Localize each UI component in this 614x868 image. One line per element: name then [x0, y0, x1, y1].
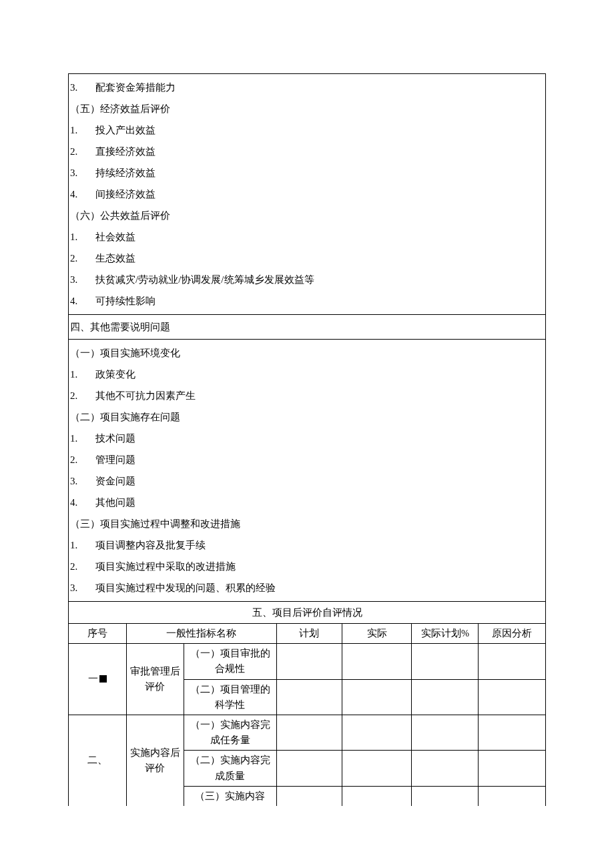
- list-item: 1. 政策变化: [70, 364, 544, 385]
- item-number: 2.: [70, 558, 95, 574]
- cell-pct: [412, 644, 479, 679]
- item-text: 技术问题: [95, 430, 544, 446]
- cell-pct: [412, 679, 479, 715]
- subsection-heading-4-1: （一）项目实施环境变化: [70, 342, 544, 364]
- item-number: 4.: [70, 293, 95, 309]
- item-number: 3.: [70, 165, 95, 181]
- list-item: 4. 其他问题: [70, 492, 544, 513]
- item-text: 配套资金筹措能力: [95, 79, 544, 95]
- item-number: 4.: [70, 186, 95, 202]
- subsection-heading-4-2: （二）项目实施存在问题: [70, 406, 544, 428]
- item-text: 项目调整内容及批复手续: [95, 537, 544, 553]
- item-text: 其他问题: [95, 494, 544, 510]
- cell-indicator: （二）实施内容完成质量: [184, 751, 277, 786]
- list-item: 3. 项目实施过程中发现的问题、积累的经验: [70, 577, 544, 598]
- cell-indicator: （三）实施内容: [184, 786, 277, 806]
- subsection-heading-5: （五）经济效益后评价: [70, 98, 544, 119]
- cell-seq: 二、: [69, 715, 126, 805]
- list-item: 2. 直接经济效益: [70, 141, 544, 162]
- item-number: 2.: [70, 452, 95, 468]
- cell-actual: [342, 786, 412, 806]
- item-text: 项目实施过程中采取的改进措施: [95, 558, 544, 574]
- item-number: 3.: [70, 473, 95, 489]
- item-number: 1.: [70, 537, 95, 553]
- item-number: 3.: [70, 79, 95, 95]
- list-item: 4. 可持续性影响: [70, 290, 544, 312]
- item-text: 投入产出效益: [95, 122, 544, 138]
- item-number: 2.: [70, 388, 95, 404]
- item-number: 3.: [70, 580, 95, 596]
- item-text: 项目实施过程中发现的问题、积累的经验: [95, 580, 544, 596]
- cell-seq: 一: [69, 644, 126, 715]
- cell-actual: [342, 715, 412, 750]
- section5-heading: 五、项目后评价自评情况: [69, 601, 545, 624]
- list-item: 2. 生态效益: [70, 248, 544, 269]
- cell-plan: [277, 751, 342, 786]
- item-text: 其他不可抗力因素产生: [95, 388, 544, 404]
- list-item: 4. 间接经济效益: [70, 183, 544, 205]
- item-text: 扶贫减灾/劳动就业/协调发展/统筹城乡发展效益等: [95, 272, 544, 288]
- cell-reason: [479, 679, 545, 715]
- cell-pct: [412, 786, 479, 806]
- item-text: 资金问题: [95, 473, 544, 489]
- list-item: 1. 社会效益: [70, 226, 544, 248]
- cell-indicator: （一）项目审批的合规性: [184, 644, 277, 679]
- list-item: 3. 配套资金筹措能力: [70, 77, 544, 98]
- section4-heading: 四、其他需要说明问题: [69, 314, 545, 340]
- item-text: 持续经济效益: [95, 165, 544, 181]
- item-text: 可持续性影响: [95, 293, 544, 309]
- item-number: 2.: [70, 250, 95, 266]
- cell-actual: [342, 751, 412, 786]
- item-number: 4.: [70, 494, 95, 510]
- evaluation-table: 序号 一般性指标名称 计划 实际 实际计划% 原因分析 一 审批管理后评价 （一…: [69, 624, 545, 806]
- cell-reason: [479, 751, 545, 786]
- cell-indicator: （二）项目管理的科学性: [184, 679, 277, 715]
- cell-plan: [277, 644, 342, 679]
- cell-indicator: （一）实施内容完成任务量: [184, 715, 277, 750]
- section3-items: 3. 配套资金筹措能力 （五）经济效益后评价 1. 投入产出效益 2. 直接经济…: [69, 74, 545, 314]
- header-plan: 计划: [277, 624, 342, 644]
- cell-actual: [342, 679, 412, 715]
- list-item: 2. 其他不可抗力因素产生: [70, 385, 544, 406]
- subsection-heading-6: （六）公共效益后评价: [70, 205, 544, 226]
- document-outer: 3. 配套资金筹措能力 （五）经济效益后评价 1. 投入产出效益 2. 直接经济…: [68, 73, 546, 806]
- cell-reason: [479, 644, 545, 679]
- list-item: 2. 管理问题: [70, 449, 544, 470]
- item-number: 2.: [70, 143, 95, 159]
- header-pct: 实际计划%: [412, 624, 479, 644]
- header-seq: 序号: [69, 624, 126, 644]
- cell-reason: [479, 786, 545, 806]
- cell-plan: [277, 679, 342, 715]
- seq-text: 一: [88, 673, 98, 684]
- list-item: 1. 投入产出效益: [70, 119, 544, 141]
- cell-category: 审批管理后评价: [126, 644, 184, 715]
- cell-category: 实施内容后评价: [126, 715, 184, 805]
- table-header-row: 序号 一般性指标名称 计划 实际 实际计划% 原因分析: [69, 624, 545, 644]
- list-item: 2. 项目实施过程中采取的改进措施: [70, 556, 544, 577]
- list-item: 3. 资金问题: [70, 470, 544, 492]
- item-number: 1.: [70, 366, 95, 382]
- item-text: 直接经济效益: [95, 143, 544, 159]
- list-item: 1. 技术问题: [70, 428, 544, 449]
- header-actual: 实际: [342, 624, 412, 644]
- table-row: 一 审批管理后评价 （一）项目审批的合规性: [69, 644, 545, 679]
- item-text: 生态效益: [95, 250, 544, 266]
- cell-plan: [277, 786, 342, 806]
- cell-reason: [479, 715, 545, 750]
- item-number: 1.: [70, 229, 95, 245]
- square-marker-icon: [99, 675, 107, 683]
- list-item: 3. 持续经济效益: [70, 162, 544, 183]
- cell-actual: [342, 644, 412, 679]
- section4-items: （一）项目实施环境变化 1. 政策变化 2. 其他不可抗力因素产生 （二）项目实…: [69, 340, 545, 601]
- cell-plan: [277, 715, 342, 750]
- cell-pct: [412, 715, 479, 750]
- item-text: 社会效益: [95, 229, 544, 245]
- item-number: 3.: [70, 272, 95, 288]
- header-indicator: 一般性指标名称: [126, 624, 277, 644]
- item-number: 1.: [70, 430, 95, 446]
- cell-pct: [412, 751, 479, 786]
- item-text: 管理问题: [95, 452, 544, 468]
- subsection-heading-4-3: （三）项目实施过程中调整和改进措施: [70, 513, 544, 534]
- table-row: 二、 实施内容后评价 （一）实施内容完成任务量: [69, 715, 545, 750]
- item-number: 1.: [70, 122, 95, 138]
